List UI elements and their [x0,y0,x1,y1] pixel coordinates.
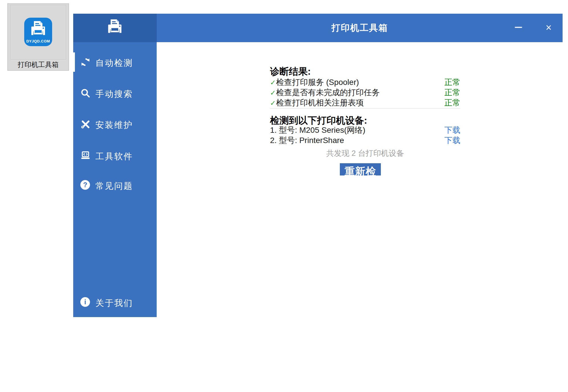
minimize-icon [515,27,522,28]
section-divider [270,108,460,109]
device-count-summary: 共发现 2 台打印机设备 [270,148,460,158]
device-rows: 1. 型号: M205 Series(网络) 下载 2. 型号: Printer… [270,125,460,145]
sidebar-item-manual-search[interactable]: 手动搜索 [73,83,157,103]
sidebar-item-tool-software[interactable]: 工具软件 [73,146,157,165]
close-button[interactable]: × [542,14,555,42]
sidebar-item-label: 关于我们 [95,297,133,309]
sidebar-item-auto-detect[interactable]: 自动检测 [73,52,157,72]
desktop: DYJQD.COM 打印机工具箱 打印机工具箱 × [0,0,568,392]
minimize-button[interactable] [512,14,525,42]
printer-logo-icon [106,19,124,36]
download-link[interactable]: 下载 [444,135,460,146]
search-icon [80,88,91,98]
diagnosis-row: ✓检查打印机相关注册表项 正常 [270,97,460,108]
diagnosis-heading: 诊断结果: [270,65,311,78]
check-icon: ✓ [270,89,276,97]
sync-icon [80,57,91,67]
sidebar-logo [73,14,157,42]
app-icon-domain-text: DYJQD.COM [24,39,52,43]
sidebar-item-label: 常见问题 [95,180,133,192]
printer-icon [29,21,47,39]
sidebar-item-about-us[interactable]: i 关于我们 [73,293,157,312]
desktop-shortcut-printer-toolbox[interactable]: DYJQD.COM 打印机工具箱 [7,3,69,71]
diagnosis-row-label: ✓检查是否有未完成的打印任务 [270,87,380,98]
window-title: 打印机工具箱 [157,14,563,42]
shortcut-label: 打印机工具箱 [8,60,69,69]
info-icon: i [80,297,90,307]
rescan-button-label: 重新检 [345,166,376,175]
main-content: 诊断结果: ✓检查打印服务 (Spooler) 正常 ✓检查是否有未完成的打印任… [157,42,563,317]
sidebar-item-install-maintain[interactable]: 安装维护 [73,115,157,134]
sidebar-item-label: 手动搜索 [95,88,133,100]
printer-app-icon: DYJQD.COM [24,18,52,46]
sidebar-item-label: 工具软件 [95,151,133,162]
diagnosis-row: ✓检查是否有未完成的打印任务 正常 [270,87,460,97]
diagnosis-row-label: ✓检查打印服务 (Spooler) [270,77,359,88]
status-badge: 正常 [444,97,460,108]
device-row: 1. 型号: M205 Series(网络) 下载 [270,125,460,135]
device-row: 2. 型号: PrinterShare 下载 [270,135,460,145]
tools-icon [80,119,91,129]
diagnosis-row: ✓检查打印服务 (Spooler) 正常 [270,77,460,87]
check-icon: ✓ [270,79,276,86]
device-row-label: 2. 型号: PrinterShare [270,135,344,146]
device-row-label: 1. 型号: M205 Series(网络) [270,125,365,136]
laptop-icon [80,150,91,161]
sidebar-item-faq[interactable]: ? 常见问题 [73,175,157,195]
sidebar-item-label: 自动检测 [95,57,133,69]
diagnosis-row-label: ✓检查打印机相关注册表项 [270,97,364,108]
sidebar: 自动检测 手动搜索 安装维护 [73,14,157,317]
rescan-button[interactable]: 重新检 [340,163,381,175]
shortcut-icon-frame: DYJQD.COM [10,5,66,60]
question-icon: ? [80,180,90,190]
check-icon: ✓ [270,99,276,107]
download-link[interactable]: 下载 [444,125,460,136]
sidebar-item-label: 安装维护 [95,119,133,131]
status-badge: 正常 [444,77,460,88]
printer-toolbox-window: 打印机工具箱 × [73,14,563,317]
diagnosis-rows: ✓检查打印服务 (Spooler) 正常 ✓检查是否有未完成的打印任务 正常 ✓… [270,77,460,108]
status-badge: 正常 [444,87,460,98]
